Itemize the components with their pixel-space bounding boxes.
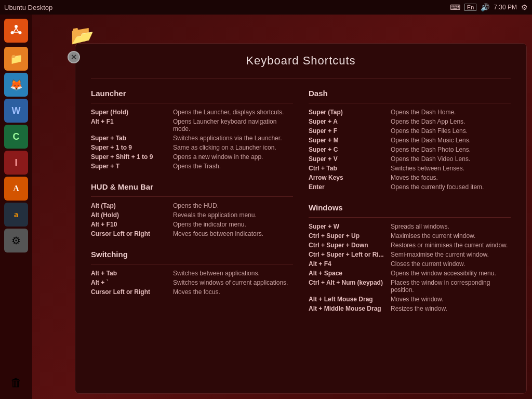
keyboard-indicator[interactable]: ⌨ [450, 3, 460, 11]
shortcut-desc: Opens the Dash App Lens. [391, 118, 511, 125]
switching-divider [91, 264, 293, 264]
shortcut-desc: Opens the Dash Music Lens. [391, 137, 511, 144]
shortcut-row: Alt + F4 Closes the current window. [309, 260, 511, 268]
shortcut-row: Super + 1 to 9 Same as clicking on a Lau… [91, 144, 293, 151]
shortcut-row: Arrow Keys Moves the focus. [309, 174, 511, 181]
shortcut-desc: Moves the focus. [391, 174, 511, 181]
ubuntu-logo-svg [9, 23, 23, 38]
shortcut-key: Super + W [309, 223, 387, 230]
shortcut-desc: Switches between Lenses. [391, 165, 511, 172]
shortcut-row: Super + Shift + 1 to 9 Opens a new windo… [91, 153, 293, 161]
desktop-area: 📂 ✕ Keyboard Shortcuts Launcher Super (H… [32, 15, 532, 399]
shortcut-row: Super + W Spreads all windows. [309, 223, 511, 230]
sidebar-icon-calc[interactable]: C [4, 125, 28, 149]
shortcut-desc: Semi-maximise the current window. [391, 251, 511, 258]
shortcut-key: Super + Shift + 1 to 9 [91, 153, 169, 161]
shortcut-key: Alt (Tap) [91, 202, 169, 209]
dash-title: Dash [309, 89, 511, 98]
shortcut-desc: Maximises the current window. [391, 232, 511, 240]
sidebar-icon-files[interactable]: 📁 [4, 47, 28, 71]
shortcut-row: Cursor Left or Right Moves focus between… [91, 230, 293, 237]
shortcut-desc: Same as clicking on a Launcher icon. [173, 144, 293, 151]
shortcut-desc: Opens Launcher keyboard navigation mode. [173, 118, 293, 132]
shortcut-row: Alt + Middle Mouse Drag Resizes the wind… [309, 305, 511, 312]
shortcut-key: Ctrl + Super + Down [309, 242, 387, 249]
keyboard-shortcuts-modal: Keyboard Shortcuts Launcher Super (Hold)… [75, 43, 527, 394]
taskbar-title: Ubuntu Desktop [4, 4, 52, 11]
taskbar-left: Ubuntu Desktop [4, 4, 52, 11]
svg-point-2 [19, 31, 22, 34]
shortcut-row: Ctrl + Super + Left or Ri... Semi-maximi… [309, 251, 511, 258]
switching-title: Switching [91, 250, 293, 259]
shortcut-row: Ctrl + Alt + Num (keypad) Places the win… [309, 279, 511, 294]
shortcut-key: Super + Tab [91, 135, 169, 142]
shortcut-row: Ctrl + Super + Down Restores or minimise… [309, 242, 511, 249]
shortcut-row: Cursor Left or Right Moves the focus. [91, 288, 293, 296]
close-button[interactable]: ✕ [68, 51, 80, 63]
left-sections: Launcher Super (Hold) Opens the Launcher… [91, 89, 293, 325]
shortcut-key: Alt + ` [91, 279, 169, 286]
sidebar-icon-impress[interactable]: I [4, 151, 28, 175]
shortcut-desc: Reveals the application menu. [173, 211, 293, 219]
shortcut-row: Super + M Opens the Dash Music Lens. [309, 137, 511, 144]
files-icon: 📁 [10, 52, 23, 65]
shortcut-desc: Moves the focus. [173, 288, 293, 296]
shortcut-key: Alt (Hold) [91, 211, 169, 219]
hud-title: HUD & Menu Bar [91, 182, 293, 191]
shortcut-row: Alt + F10 Opens the indicator menu. [91, 221, 293, 228]
launcher-title: Launcher [91, 89, 293, 98]
sidebar: 📁 🦊 W C I A a ⚙ 🗑 [0, 15, 32, 399]
settings-gear-icon: ⚙ [11, 234, 21, 247]
shortcut-key: Super + 1 to 9 [91, 144, 169, 151]
shortcut-row: Super + Tab Switches applications via th… [91, 135, 293, 142]
section-hud: HUD & Menu Bar Alt (Tap) Opens the HUD. … [91, 182, 293, 237]
shortcut-desc: Opens a new window in the app. [173, 153, 293, 161]
amazon-icon: a [14, 210, 18, 219]
sidebar-icon-software[interactable]: A [4, 177, 28, 201]
taskbar: Ubuntu Desktop ⌨ En 🔊 7:30 PM ⚙ [0, 0, 532, 15]
shortcut-desc: Opens the HUD. [173, 202, 293, 209]
shortcut-key: Ctrl + Super + Left or Ri... [309, 251, 387, 258]
trash-icon: 🗑 [10, 376, 22, 390]
volume-indicator[interactable]: 🔊 [481, 3, 489, 11]
shortcut-row: Alt + Tab Switches between applications. [91, 270, 293, 277]
shortcut-desc: Moves the window. [391, 296, 511, 303]
sidebar-icon-firefox[interactable]: 🦊 [4, 73, 28, 97]
sidebar-icon-amazon[interactable]: a [4, 203, 28, 227]
shortcut-row: Ctrl + Tab Switches between Lenses. [309, 165, 511, 172]
shortcut-key: Alt + Tab [91, 270, 169, 277]
section-dash: Dash Super (Tap) Opens the Dash Home. Su… [309, 89, 511, 191]
modal-title: Keyboard Shortcuts [91, 54, 511, 68]
shortcut-desc: Resizes the window. [391, 305, 511, 312]
taskbar-right: ⌨ En 🔊 7:30 PM ⚙ [450, 3, 528, 11]
sidebar-icon-settings[interactable]: ⚙ [4, 229, 28, 252]
section-windows: Windows Super + W Spreads all windows. C… [309, 203, 511, 312]
shortcut-key: Super + V [309, 155, 387, 163]
calc-icon: C [13, 131, 20, 142]
sidebar-icon-writer[interactable]: W [4, 99, 28, 123]
right-sections: Dash Super (Tap) Opens the Dash Home. Su… [309, 89, 511, 325]
shortcut-key: Super (Tap) [309, 109, 387, 116]
shortcut-desc: Opens the Launcher, displays shortcuts. [173, 109, 293, 116]
shortcut-key: Ctrl + Tab [309, 165, 387, 172]
shortcut-desc: Moves focus between indicators. [173, 230, 293, 237]
main-area: 📁 🦊 W C I A a ⚙ 🗑 📂 [0, 15, 532, 399]
shortcut-row: Alt + F1 Opens Launcher keyboard navigat… [91, 118, 293, 132]
settings-icon[interactable]: ⚙ [521, 3, 528, 11]
windows-title: Windows [309, 203, 511, 212]
shortcut-row: Super (Hold) Opens the Launcher, display… [91, 109, 293, 116]
shortcut-desc: Opens the Dash Files Lens. [391, 127, 511, 135]
shortcut-row: Alt (Tap) Opens the HUD. [91, 202, 293, 209]
clock: 7:30 PM [494, 4, 517, 11]
sidebar-icon-trash[interactable]: 🗑 [4, 371, 28, 395]
shortcut-desc: Spreads all windows. [391, 223, 511, 230]
dash-divider [309, 103, 511, 103]
lang-indicator[interactable]: En [464, 4, 476, 11]
shortcut-key: Alt + F4 [309, 260, 387, 268]
shortcut-key: Super + A [309, 118, 387, 125]
sidebar-icon-ubuntu[interactable] [4, 19, 28, 43]
shortcut-row: Super + T Opens the Trash. [91, 163, 293, 170]
shortcut-key: Alt + Middle Mouse Drag [309, 305, 387, 312]
shortcut-row: Alt + Space Opens the window accessibili… [309, 270, 511, 277]
shortcut-row: Alt + Left Mouse Drag Moves the window. [309, 296, 511, 303]
